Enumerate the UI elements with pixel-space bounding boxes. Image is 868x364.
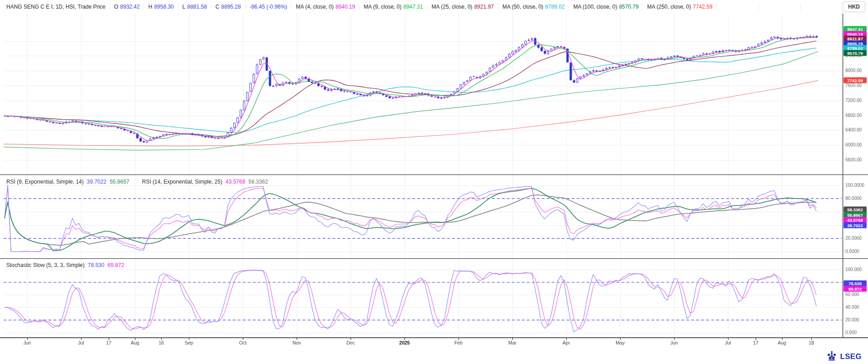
lseg-crest-icon xyxy=(826,350,838,363)
currency-selector[interactable]: HKD xyxy=(843,1,865,12)
lseg-logo-text: LSEG xyxy=(840,352,862,361)
ma9-legend: MA (9, close, 0) 8947.31 xyxy=(359,4,427,10)
ma25-legend: MA (25, close, 0) 8921.97 xyxy=(427,4,498,10)
rsi14-avg-value: 58.3362 xyxy=(248,179,268,185)
high-value: H 8958.30 xyxy=(144,4,178,10)
ma4-legend: MA (4, close, 0) 8940.19 xyxy=(291,4,359,10)
chart-window: 8400.008000.007600.007200.006800.006400.… xyxy=(0,0,868,364)
instrument-title: HANG SENG C E I, 1D, HSI, Trade Price xyxy=(6,4,110,10)
stoch-panel-header: Stochastic Slow (5, 3, 3, Simple) 78.530… xyxy=(6,262,124,268)
rsi14-label: RSI (14, Exponential, Simple, 25) xyxy=(142,179,222,185)
low-value: L 8881.58 xyxy=(178,4,211,10)
header-spacer xyxy=(717,3,759,11)
change-value: -86.45 (-0.96%) xyxy=(245,4,291,10)
header-spacer xyxy=(758,3,800,11)
rsi-panel-header: RSI (9, Exponential, Simple, 14) 39.7022… xyxy=(6,179,268,185)
chart-header: HANG SENG C E I, 1D, HSI, Trade Price O … xyxy=(0,0,868,14)
bottom-bar: LSEG xyxy=(0,349,868,364)
stoch-label: Stochastic Slow (5, 3, 3, Simple) xyxy=(6,262,85,268)
stoch-d-value: 69.872 xyxy=(107,262,124,268)
stoch-k-value: 78.530 xyxy=(88,262,105,268)
open-value: O 8932.42 xyxy=(110,4,144,10)
ma100-legend: MA (100, close, 0) 8570.79 xyxy=(569,4,642,10)
lseg-logo: LSEG xyxy=(826,350,862,363)
rsi9-label: RSI (9, Exponential, Simple, 14) xyxy=(6,179,84,185)
ma250-legend: MA (250, close, 0) 7742.59 xyxy=(643,4,717,10)
header-spacer xyxy=(800,3,843,11)
rsi9-avg-value: 55.8657 xyxy=(110,179,129,185)
rsi9-value: 39.7022 xyxy=(87,179,106,185)
ma50-legend: MA (50, close, 0) 8789.02 xyxy=(498,4,569,10)
rsi14-value: 43.5768 xyxy=(226,179,245,185)
close-value: C 8895.28 xyxy=(211,4,245,10)
